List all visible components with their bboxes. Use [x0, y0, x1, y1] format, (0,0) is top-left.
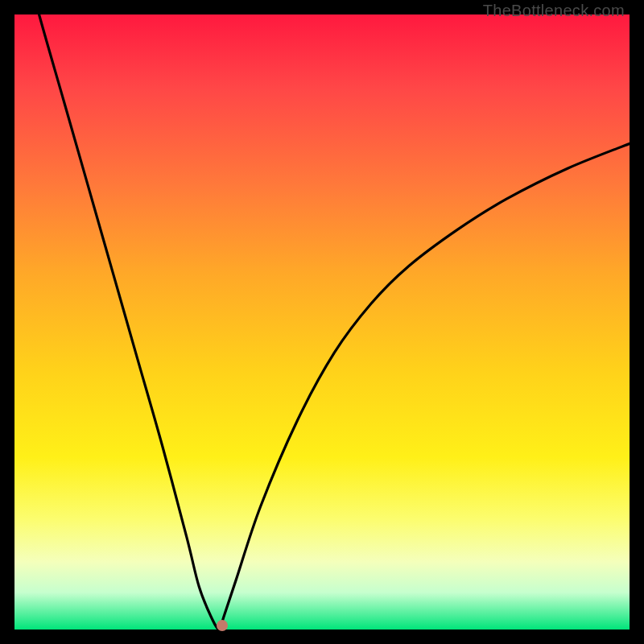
optimal-point-marker — [217, 620, 228, 631]
bottleneck-curve — [14, 14, 630, 630]
watermark-text: TheBottleneck.com — [483, 2, 625, 20]
